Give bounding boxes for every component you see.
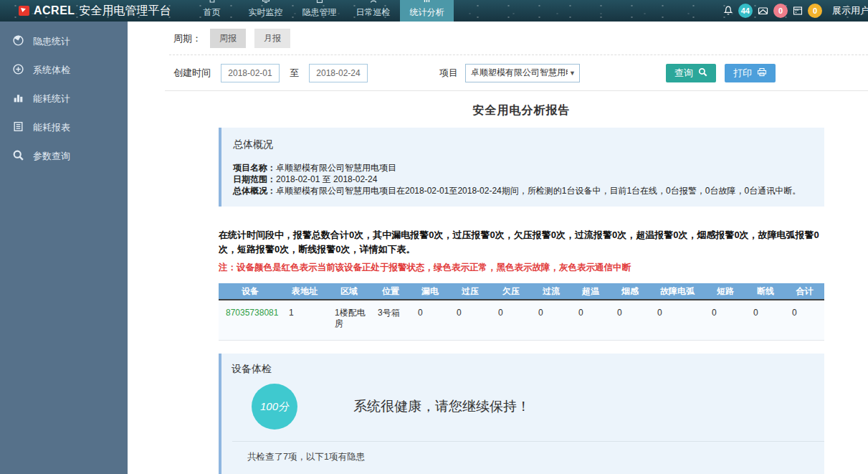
bar-chart-icon <box>12 92 24 106</box>
project-label: 项目 <box>439 67 458 80</box>
overview-summary-line: 总体概况：卓顺塑模有限公司智慧用电项目在2018-02-01至2018-02-2… <box>233 185 813 196</box>
cell-leakage: 0 <box>411 300 449 341</box>
task-count-badge[interactable]: 0 <box>808 4 822 18</box>
cell-area: 1楼配电房 <box>328 300 371 341</box>
device-alarm-table: 设备 表地址 区域 位置 漏电 过压 欠压 过流 超温 烟感 故障电弧 短路 断… <box>219 283 824 341</box>
top-header: ACREL 安全用电管理平台 首页 实时监控 隐患管理 日常巡检 统计分析 44… <box>0 0 868 22</box>
col-arc-fault: 故障电弧 <box>650 283 705 300</box>
date-range-line: 日期范围：2018-02-01 至 2018-02-24 <box>233 174 813 185</box>
nav-item-label: 统计分析 <box>410 6 444 19</box>
query-button[interactable]: 查询 <box>666 64 716 82</box>
cell-undervoltage: 0 <box>491 300 531 341</box>
check-summary: 共检查了7项，以下1项有隐患 <box>221 442 824 472</box>
page-platform-title: 安全用电管理平台 <box>80 4 171 19</box>
pie-chart-icon <box>12 34 24 49</box>
search-icon <box>698 67 707 79</box>
project-name-line: 项目名称：卓顺塑模有限公司智慧用电项目 <box>233 162 813 174</box>
nav-item-label: 首页 <box>204 6 221 19</box>
filter-row: 创建时间 至 项目 卓顺塑模有限公司智慧用电项 ▼ 查询 打印 <box>128 55 868 90</box>
device-number-link[interactable]: 87035738081 <box>219 300 282 341</box>
plus-circle-icon <box>12 63 24 77</box>
col-smoke: 烟感 <box>610 283 650 300</box>
col-area: 区域 <box>328 283 371 300</box>
to-label: 至 <box>290 67 299 80</box>
nav-item-hazard-management[interactable]: 隐患管理 <box>292 0 346 22</box>
message-count-badge[interactable]: 0 <box>773 4 788 18</box>
nav-item-label: 隐患管理 <box>302 6 337 19</box>
col-overvoltage: 过压 <box>449 283 491 300</box>
sidebar-item-energy-report[interactable]: 能耗报表 <box>0 113 128 142</box>
alarm-summary-paragraph: 在统计时间段中，报警总数合计0次，其中漏电报警0次，过压报警0次，欠压报警0次，… <box>219 228 824 257</box>
monthly-report-button[interactable]: 月报 <box>254 29 290 48</box>
sidebar-item-hazard-statistics[interactable]: 隐患统计 <box>0 27 128 56</box>
document-icon <box>315 0 324 6</box>
cell-short-circuit: 0 <box>705 300 746 341</box>
health-score-circle: 100分 <box>252 384 297 430</box>
project-select[interactable]: 卓顺塑模有限公司智慧用电项 ▼ <box>465 64 580 82</box>
col-total: 合计 <box>785 283 824 300</box>
report-doc-icon <box>12 120 24 135</box>
sidebar-item-energy-statistics[interactable]: 能耗统计 <box>0 85 128 113</box>
search-icon <box>12 149 24 163</box>
brand: ACREL 安全用电管理平台 <box>0 0 185 22</box>
monitor-icon <box>262 0 270 6</box>
print-button[interactable]: 打印 <box>725 64 776 82</box>
col-location: 位置 <box>371 283 411 300</box>
report-area: 安全用电分析报告 总体概况 项目名称：卓顺塑模有限公司智慧用电项目 日期范围：2… <box>219 91 824 474</box>
sidebar-item-label: 系统体检 <box>33 64 70 77</box>
nav-item-daily-inspection[interactable]: 日常巡检 <box>346 0 400 22</box>
sidebar-item-parameter-query[interactable]: 参数查询 <box>0 142 128 171</box>
report-title: 安全用电分析报告 <box>219 91 824 128</box>
col-leakage: 漏电 <box>411 283 449 300</box>
cell-overvoltage: 0 <box>449 300 491 341</box>
nav-item-realtime-monitor[interactable]: 实时监控 <box>239 0 292 22</box>
sidebar-item-label: 参数查询 <box>33 150 70 163</box>
person-icon <box>369 0 378 6</box>
project-select-value: 卓顺塑模有限公司智慧用电项 <box>471 67 568 79</box>
table-row: 87035738081 1 1楼配电房 3号箱 0 0 0 0 0 0 0 0 … <box>219 300 824 341</box>
col-line-break: 断线 <box>746 283 785 300</box>
nav-item-statistics-analysis[interactable]: 统计分析 <box>400 0 454 22</box>
cell-overtemp: 0 <box>571 300 610 341</box>
created-time-label: 创建时间 <box>173 67 211 80</box>
header-right: 44 0 0 展示用户 <box>722 0 868 22</box>
cell-smoke: 0 <box>610 300 650 341</box>
weekly-report-button[interactable]: 周报 <box>210 29 246 48</box>
sidebar: 隐患统计 系统体检 能耗统计 能耗报表 参数查询 <box>0 22 128 474</box>
table-header-row: 设备 表地址 区域 位置 漏电 过压 欠压 过流 超温 烟感 故障电弧 短路 断… <box>219 283 824 300</box>
overview-section-title: 总体概况 <box>233 138 813 151</box>
col-device: 设备 <box>219 283 282 300</box>
mail-icon[interactable] <box>757 5 769 16</box>
sidebar-item-label: 能耗报表 <box>33 121 70 134</box>
period-label: 周期： <box>173 32 201 45</box>
cell-location: 3号箱 <box>371 300 411 341</box>
date-from-input[interactable] <box>221 64 280 82</box>
chevron-down-icon: ▼ <box>569 70 576 77</box>
col-undervoltage: 欠压 <box>491 283 531 300</box>
bell-icon[interactable] <box>722 5 734 16</box>
color-legend-note: 注：设备颜色是红色表示当前该设备正处于报警状态，绿色表示正常，黑色表示故障，灰色… <box>219 262 824 274</box>
chart-icon <box>423 0 431 6</box>
health-section-title: 设备体检 <box>221 363 824 376</box>
device-health-section: 设备体检 100分 系统很健康，请您继续保持！ 共检查了7项，以下1项有隐患 V… <box>219 354 824 474</box>
sidebar-item-system-checkup[interactable]: 系统体检 <box>0 56 128 85</box>
health-message: 系统很健康，请您继续保持！ <box>353 397 530 416</box>
task-calendar-icon[interactable] <box>792 5 803 16</box>
current-user[interactable]: 展示用户 <box>832 4 868 17</box>
col-short-circuit: 短路 <box>705 283 746 300</box>
notification-count-badge[interactable]: 44 <box>738 4 753 18</box>
date-to-input[interactable] <box>309 64 368 82</box>
top-nav: 首页 实时监控 隐患管理 日常巡检 统计分析 <box>185 0 454 22</box>
home-icon <box>208 0 216 6</box>
cell-overcurrent: 0 <box>531 300 571 341</box>
col-overtemp: 超温 <box>571 283 610 300</box>
col-meter-address: 表地址 <box>282 283 328 300</box>
sidebar-item-label: 能耗统计 <box>33 93 70 105</box>
brand-name: ACREL <box>34 4 75 17</box>
nav-item-home[interactable]: 首页 <box>185 0 239 22</box>
main-content: 周期： 周报 月报 创建时间 至 项目 卓顺塑模有限公司智慧用电项 ▼ 查询 打… <box>128 22 868 474</box>
nav-item-label: 实时监控 <box>249 6 283 19</box>
nav-item-label: 日常巡检 <box>356 6 391 19</box>
cell-line-break: 0 <box>746 300 785 341</box>
sidebar-item-label: 隐患统计 <box>33 35 70 48</box>
